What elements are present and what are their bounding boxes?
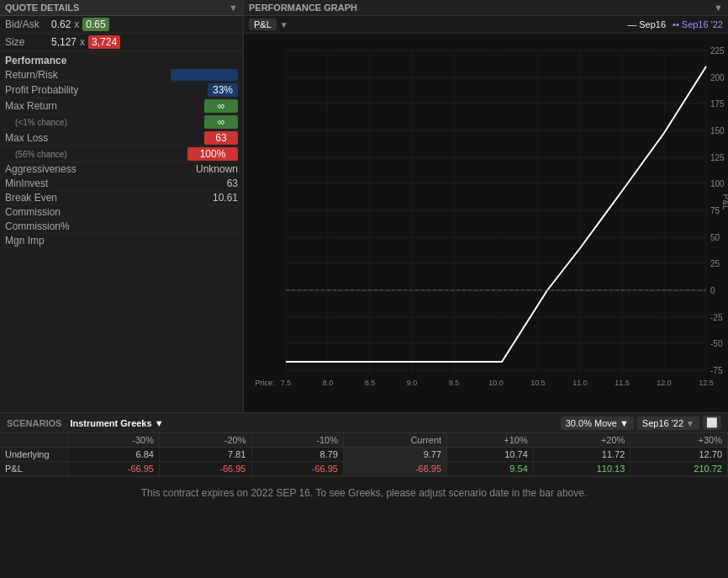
bid-ask-row: Bid/Ask 0.62 x 0.65 (0, 16, 243, 34)
underlying-label: Underlying (0, 448, 67, 462)
svg-text:10.0: 10.0 (488, 379, 504, 387)
pl-plus30: 210.72 (630, 462, 728, 476)
break-even-row: Break Even 10.61 (0, 191, 243, 205)
svg-text:0: 0 (710, 286, 715, 295)
bid-value: 0.62 (51, 19, 71, 30)
return-risk-value (171, 69, 238, 81)
graph-sub-header: P&L ▼ — Sep16 •• Sep16 '22 (244, 16, 728, 34)
commission-pct-label: Commission% (5, 220, 187, 232)
svg-text:11.5: 11.5 (615, 379, 630, 387)
underlying-plus10: 10.74 (447, 448, 534, 462)
performance-section-title: Performance (0, 51, 243, 68)
scenarios-controls: 30.0% Move ▼ Sep16 '22 ▼ ⬜ (561, 416, 721, 430)
date-selector[interactable]: Sep16 '22 ▼ (637, 416, 699, 430)
svg-text:50: 50 (710, 233, 720, 242)
aggressiveness-label: Aggressiveness (5, 163, 187, 175)
svg-text:9.0: 9.0 (407, 379, 418, 387)
svg-text:75: 75 (710, 206, 720, 215)
aggressiveness-row: Aggressiveness Unknown (0, 162, 243, 177)
break-even-value: 10.61 (187, 192, 238, 204)
svg-text:-25: -25 (710, 313, 723, 322)
size-ask-value: 3,724 (88, 35, 120, 49)
profit-prob-value: 33% (208, 83, 238, 97)
aggressiveness-value: Unknown (187, 163, 238, 175)
pl-row: P&L -66.95 -66.95 -66.95 -66.95 9.54 110… (0, 462, 728, 476)
return-risk-row: Return/Risk (0, 68, 243, 82)
pl-dropdown-arrow[interactable]: ▼ (280, 20, 288, 29)
col-header-plus30: +30% (630, 433, 728, 448)
svg-text:8.5: 8.5 (365, 379, 376, 387)
quote-details-header: QUOTE DETAILS ▼ (0, 0, 243, 16)
scenarios-label: SCENARIOS (7, 418, 61, 428)
col-header-current: Current (344, 433, 447, 448)
svg-text:25: 25 (710, 259, 720, 268)
svg-text:125: 125 (710, 153, 725, 162)
graph-header-controls: ▼ (714, 3, 723, 13)
ask-value: 0.65 (82, 18, 108, 31)
svg-text:150: 150 (710, 126, 725, 135)
svg-text:175: 175 (710, 99, 725, 109)
graph-title: PERFORMANCE GRAPH (249, 3, 357, 13)
size-label: Size (5, 36, 51, 48)
pl-plus20: 110.13 (533, 462, 630, 476)
expiry-notice: This contract expires on 2022 SEP 16. To… (0, 476, 728, 509)
pl-minus20: -66.95 (160, 462, 252, 476)
max-return-label: Max Return (5, 100, 204, 112)
underlying-plus30: 12.70 (630, 448, 728, 462)
pl-selector-area[interactable]: P&L ▼ (249, 19, 288, 30)
col-header-label (0, 433, 67, 448)
svg-text:10.5: 10.5 (530, 379, 546, 387)
scenarios-header: SCENARIOS Instrument Greeks ▼ 30.0% Move… (0, 413, 728, 433)
size-bid-value: 5,127 (51, 36, 76, 48)
expand-button[interactable]: ⬜ (703, 416, 721, 430)
pl-selector[interactable]: P&L (249, 19, 277, 30)
graph-svg: .grid-line { stroke: #2a2a2a; stroke-wid… (244, 34, 728, 387)
graph-header-left: PERFORMANCE GRAPH (249, 3, 357, 13)
pl-minus30: -66.95 (67, 462, 160, 476)
profit-prob-label: Profit Probability (5, 84, 208, 96)
svg-text:12.5: 12.5 (699, 379, 714, 387)
profit-prob-row: Profit Probability 33% (0, 82, 243, 98)
legend-sep16-22: •• Sep16 '22 (673, 19, 723, 29)
max-loss-value: 63 (204, 131, 238, 145)
svg-text:8.0: 8.0 (323, 379, 334, 387)
pl-current: -66.95 (344, 462, 447, 476)
underlying-row: Underlying 6.84 7.81 8.79 9.77 10.74 11.… (0, 448, 728, 462)
svg-text:Price:: Price: (255, 379, 274, 387)
col-header-minus20: -20% (160, 433, 252, 448)
svg-text:100: 100 (710, 179, 725, 188)
max-return-sub-label: (<1% chance) (5, 118, 67, 127)
quote-details-panel: QUOTE DETAILS ▼ Bid/Ask 0.62 x 0.65 Size… (0, 0, 244, 412)
max-return-sub-value: ∞ (204, 115, 238, 129)
pl-label: P&L (0, 462, 67, 476)
scenarios-table: -30% -20% -10% Current +10% +20% +30% Un… (0, 433, 728, 476)
return-risk-label: Return/Risk (5, 69, 171, 81)
col-header-minus10: -10% (251, 433, 344, 448)
commission-label: Commission (5, 206, 187, 218)
svg-text:7.5: 7.5 (281, 379, 292, 387)
pl-plus10: 9.54 (447, 462, 534, 476)
graph-collapse-icon[interactable]: ▼ (714, 3, 723, 13)
max-return-row: Max Return ∞ (0, 98, 243, 114)
max-loss-label: Max Loss (5, 132, 204, 144)
min-invest-label: MinInvest (5, 178, 187, 189)
max-loss-row: Max Loss 63 (0, 130, 243, 146)
underlying-minus10: 8.79 (251, 448, 344, 462)
graph-header: PERFORMANCE GRAPH ▼ (244, 0, 728, 16)
bid-ask-label: Bid/Ask (5, 19, 51, 30)
underlying-current: 9.77 (344, 448, 447, 462)
quote-details-collapse[interactable]: ▼ (229, 3, 238, 13)
max-loss-pct-value: 100% (187, 147, 238, 161)
commission-pct-row: Commission% (0, 220, 243, 234)
quote-details-title: QUOTE DETAILS (5, 3, 79, 13)
move-selector[interactable]: 30.0% Move ▼ (561, 416, 634, 430)
max-return-value: ∞ (204, 99, 238, 113)
max-loss-sub-label: (56% chance) (5, 150, 67, 159)
svg-text:12.0: 12.0 (657, 379, 672, 387)
instrument-greeks-selector[interactable]: Instrument Greeks ▼ (70, 418, 163, 428)
mgn-imp-row: Mgn Imp (0, 234, 243, 248)
underlying-minus20: 7.81 (160, 448, 252, 462)
scenarios-section: SCENARIOS Instrument Greeks ▼ 30.0% Move… (0, 412, 728, 578)
graph-legend: — Sep16 •• Sep16 '22 (627, 19, 723, 29)
col-header-plus20: +20% (533, 433, 630, 448)
